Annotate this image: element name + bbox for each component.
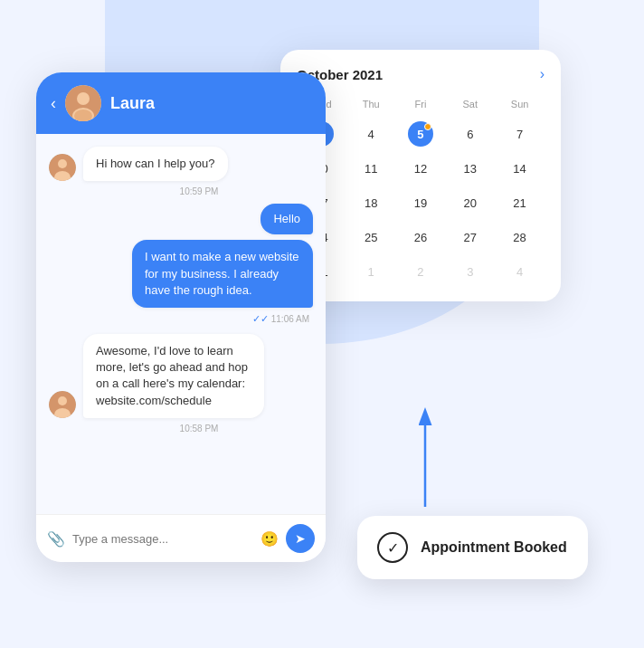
cal-day-12[interactable]: 12: [396, 151, 446, 186]
scene: ‹ Laura: [0, 0, 644, 648]
message-row-1: Hi how can I help you?: [49, 147, 313, 181]
cal-day-1-next[interactable]: 1: [346, 254, 396, 289]
back-button[interactable]: ‹: [51, 94, 56, 113]
booked-check-circle: ✓: [377, 532, 408, 563]
bubble-4: Awesome, I'd love to learn more, let's g…: [83, 334, 264, 418]
cal-day-28[interactable]: 28: [495, 220, 545, 254]
cal-week-1: 3 4 5 6 7: [297, 117, 545, 151]
message-row-3: I want to make a new website for my busi…: [49, 240, 313, 308]
col-sat: Sat: [445, 95, 495, 117]
cal-day-18[interactable]: 18: [346, 186, 396, 220]
booked-label: Appointment Booked: [421, 538, 567, 556]
time-1: 10:59 PM: [85, 186, 313, 196]
cal-day-13[interactable]: 13: [445, 151, 495, 186]
cal-week-4: 24 25 26 27 28: [297, 220, 545, 254]
cal-day-4-next[interactable]: 4: [495, 254, 545, 289]
chat-card: ‹ Laura: [36, 72, 326, 562]
contact-avatar: [65, 85, 101, 121]
svg-point-1: [77, 92, 90, 105]
contact-name: Laura: [110, 94, 155, 113]
svg-point-8: [58, 396, 67, 405]
cal-day-14[interactable]: 14: [495, 151, 545, 186]
cal-week-5: 31 1 2 3 4: [297, 254, 545, 289]
cal-week-3: 17 18 19 20 21: [297, 186, 545, 220]
svg-point-5: [58, 159, 67, 168]
time-3: ✓✓ 11:06 AM: [49, 313, 309, 325]
check-double-icon: ✓✓: [252, 313, 269, 325]
laura-avatar-small-2: [49, 391, 76, 418]
bubble-3: I want to make a new website for my busi…: [132, 240, 313, 308]
cal-day-7[interactable]: 7: [495, 117, 545, 151]
send-button[interactable]: ➤: [286, 524, 315, 553]
calendar-next-button[interactable]: ›: [540, 66, 545, 82]
col-fri: Fri: [396, 95, 446, 117]
emoji-icon[interactable]: 🙂: [260, 530, 279, 548]
cal-day-4[interactable]: 4: [346, 117, 396, 151]
cal-day-5-dot[interactable]: 5: [396, 117, 446, 151]
time-4: 10:58 PM: [85, 424, 313, 434]
cal-day-21[interactable]: 21: [495, 186, 545, 220]
cal-day-25[interactable]: 25: [346, 220, 396, 254]
cal-day-11[interactable]: 11: [346, 151, 396, 186]
appointment-booked-card: ✓ Appointment Booked: [357, 516, 588, 579]
bubble-1: Hi how can I help you?: [83, 147, 228, 181]
message-input[interactable]: [72, 532, 253, 546]
chat-input-area: 📎 🙂 ➤: [36, 514, 326, 562]
cal-day-19[interactable]: 19: [396, 186, 446, 220]
bubble-2: Hello: [260, 204, 313, 234]
cal-day-6[interactable]: 6: [445, 117, 495, 151]
checkmark-icon: ✓: [387, 539, 399, 557]
cal-day-20[interactable]: 20: [445, 186, 495, 220]
col-thu: Thu: [346, 95, 396, 117]
chat-header: ‹ Laura: [36, 72, 326, 134]
send-icon: ➤: [295, 531, 306, 546]
cal-week-2: 10 11 12 13 14: [297, 151, 545, 186]
attach-icon[interactable]: 📎: [47, 530, 65, 548]
cal-day-27[interactable]: 27: [445, 220, 495, 254]
message-row-4: Awesome, I'd love to learn more, let's g…: [49, 334, 313, 418]
calendar-header: October 2021 ›: [297, 66, 545, 82]
cal-day-2-next[interactable]: 2: [396, 254, 446, 289]
message-row-2: Hello: [49, 204, 313, 234]
calendar-grid: Wed Thu Fri Sat Sun 3 4 5 6 7 10 11: [297, 95, 545, 289]
arrow-connector: [398, 407, 452, 516]
cal-day-3-next[interactable]: 3: [445, 254, 495, 289]
chat-body: Hi how can I help you? 10:59 PM Hello I …: [36, 134, 326, 514]
col-sun: Sun: [495, 95, 545, 117]
laura-avatar-small-1: [49, 154, 76, 181]
cal-day-26[interactable]: 26: [396, 220, 446, 254]
